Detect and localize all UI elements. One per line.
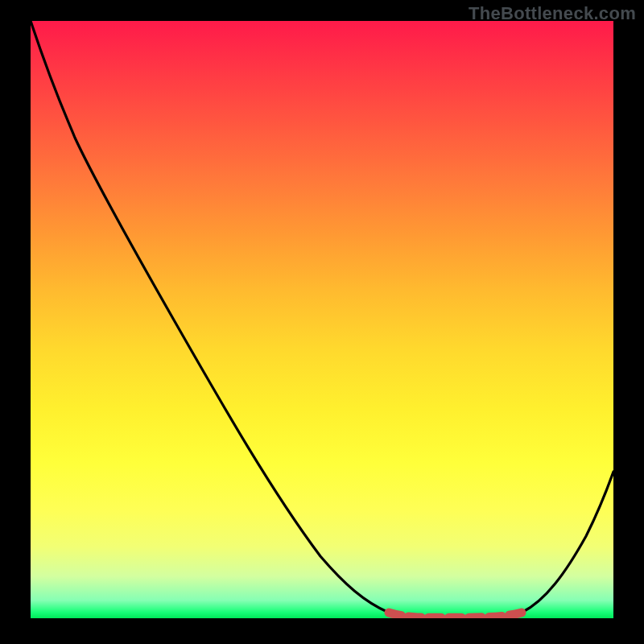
curve-path [31, 21, 613, 617]
bottleneck-curve [31, 21, 613, 618]
optimal-range-marker [389, 613, 522, 617]
plot-area [31, 21, 613, 618]
chart-frame: TheBottleneck.com [0, 0, 644, 644]
watermark-text: TheBottleneck.com [469, 3, 636, 24]
